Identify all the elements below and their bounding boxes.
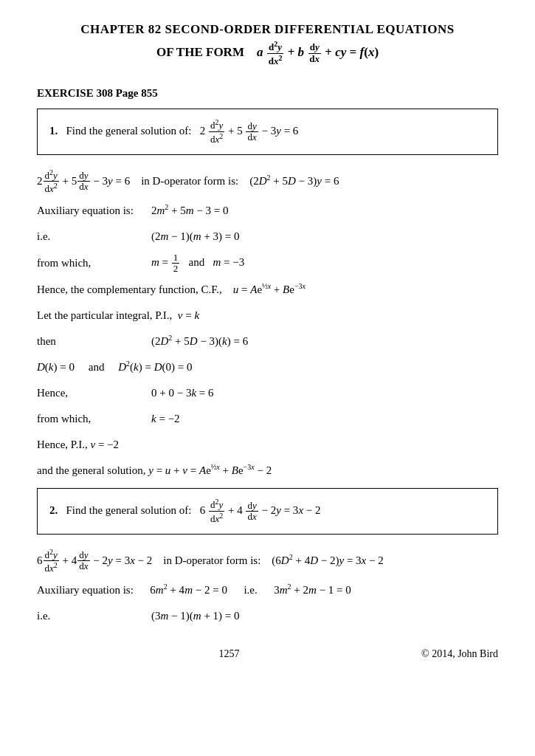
problem1-prompt: Find the general solution of: <box>66 125 197 137</box>
solution2: 6d2ydx2 + 4dydx − 2y = 3x − 2 in D-opera… <box>37 548 498 626</box>
problem1-label: 1. <box>49 125 58 137</box>
problem2-label: 2. <box>49 504 58 516</box>
problem1-box: 1. Find the general solution of: 2 d2y d… <box>37 109 498 154</box>
chapter-title: CHAPTER 82 SECOND-ORDER DIFFERENTIAL EQU… <box>37 22 498 37</box>
problem2-prompt: Find the general solution of: <box>66 504 197 516</box>
problem2-equation: 6 d2y dx2 + 4 dy dx − 2y = 3x − 2 <box>200 504 321 516</box>
solution1: 2d2ydx2 + 5dydx − 3y = 6 in D-operator f… <box>37 168 498 481</box>
footer-page: 1257 <box>37 648 421 660</box>
page-footer: 1257 © 2014, John Bird <box>37 648 498 660</box>
problem1-equation: 2 d2y dx2 + 5 dy dx − 3y = 6 <box>200 125 299 137</box>
chapter-subtitle: OF THE FORM a d2y dx2 + b dy dx + cy = f… <box>37 40 498 66</box>
exercise-heading: EXERCISE 308 Page 855 <box>37 87 498 100</box>
problem2-box: 2. Find the general solution of: 6 d2y d… <box>37 488 498 534</box>
footer-copyright: © 2014, John Bird <box>421 648 498 660</box>
